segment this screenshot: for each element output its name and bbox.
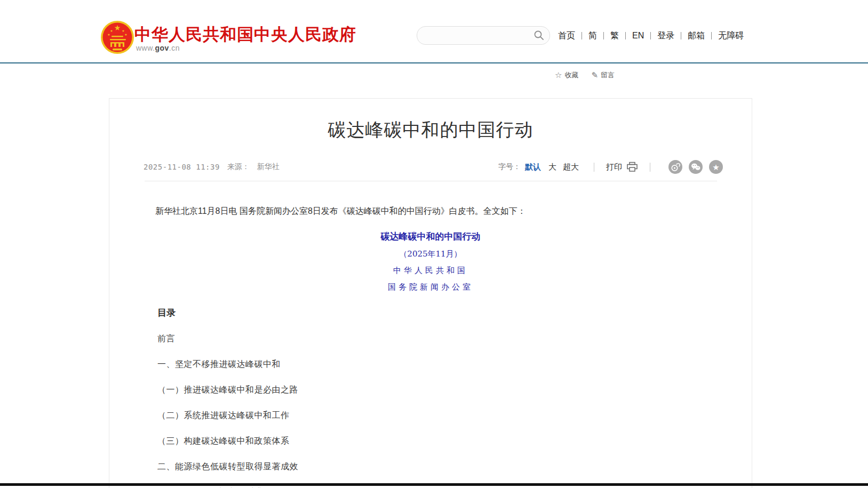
star-badge-glyph: ★ [709,160,723,174]
font-size-large-button[interactable]: 大 [548,162,556,172]
nav-divider [650,32,651,39]
nav-divider [625,32,626,39]
meta-divider-bar [594,163,594,172]
nav-mail[interactable]: 邮箱 [688,30,705,42]
site-title[interactable]: 中华人民共和国中央人民政府 [134,23,356,46]
site-url: www.gov.cn [136,44,180,52]
whitepaper-org-line1: 中华人民共和国 [109,266,752,276]
whitepaper-title: 碳达峰碳中和的中国行动 [109,230,752,243]
article-lead-paragraph: 新华社北京11月8日电 国务院新闻办公室8日发布《碳达峰碳中和的中国行动》白皮书… [138,206,720,217]
nav-divider [603,32,604,39]
star-share-icon[interactable]: ★ [709,160,723,174]
font-size-default-button[interactable]: 默认 [525,162,541,172]
star-icon: ☆ [555,70,562,80]
page: ★ ★ ★ ★ ★ 中华人民共和国中央人民政府 www.gov.cn [0,0,868,488]
print-button[interactable]: 打印 [606,162,622,172]
toc-heading: 目录 [157,307,752,319]
article-meta-right: 字号： 默认 大 超大 打印 [498,160,723,174]
weibo-share-icon[interactable] [668,160,682,174]
font-size-label: 字号： [498,162,521,172]
toc-item-1-1: （一）推进碳达峰碳中和是必由之路 [157,385,752,396]
nav-divider [582,32,582,39]
toc-item-2: 二、能源绿色低碳转型取得显著成效 [157,461,752,473]
article-meta-row: 2025-11-08 11:39 来源： 新华社 字号： 默认 大 超大 打印 [109,160,752,174]
printer-icon[interactable] [626,162,638,172]
favorite-label: 收藏 [564,70,578,80]
site-header: ★ ★ ★ ★ ★ 中华人民共和国中央人民政府 www.gov.cn [0,0,868,62]
publish-date: 2025-11-08 11:39 [144,163,220,171]
whitepaper-org-line2: 国务院新闻办公室 [109,282,752,292]
toc-item-1-2: （二）系统推进碳达峰碳中和工作 [157,410,752,421]
wechat-glyph [689,160,703,174]
svg-text:★: ★ [110,29,113,33]
message-link[interactable]: ✎ 留言 [591,70,615,80]
whitepaper-date: （2025年11月） [109,249,752,259]
weibo-glyph [668,160,682,174]
toc-item-1: 一、坚定不移推进碳达峰碳中和 [157,359,752,370]
message-label: 留言 [601,70,615,80]
wechat-share-icon[interactable] [689,160,703,174]
article-card: 碳达峰碳中和的中国行动 2025-11-08 11:39 来源： 新华社 字号：… [109,98,752,488]
search-box[interactable] [417,26,550,45]
meta-underline [145,181,717,181]
source-name: 新华社 [257,162,280,172]
source-label: 来源： [227,162,250,172]
header-nav: 首页 简 繁 EN 登录 邮箱 无障碍 [558,30,744,42]
header-divider-line [0,62,868,63]
search-icon[interactable] [533,30,544,41]
article-meta-left: 2025-11-08 11:39 来源： 新华社 [144,162,280,172]
site-url-suffix: .cn [169,44,180,52]
svg-text:★: ★ [107,33,110,36]
svg-text:★: ★ [114,23,121,32]
favorite-link[interactable]: ☆ 收藏 [555,70,578,80]
page-actions: ☆ 收藏 ✎ 留言 [0,70,615,80]
nav-home[interactable]: 首页 [558,30,575,42]
search-input[interactable] [426,29,529,43]
svg-text:★: ★ [712,163,719,172]
nav-divider [681,32,681,39]
nav-divider [711,32,712,39]
nav-accessibility[interactable]: 无障碍 [718,30,744,42]
svg-text:★: ★ [124,33,127,36]
pencil-icon: ✎ [591,70,598,80]
font-size-xlarge-button[interactable]: 超大 [563,162,579,172]
national-emblem-icon: ★ ★ ★ ★ ★ [100,20,134,54]
site-url-prefix: www. [136,44,155,52]
nav-english[interactable]: EN [632,31,644,41]
meta-divider-bar [650,163,650,172]
nav-traditional[interactable]: 繁 [610,30,619,42]
site-url-gov: gov [155,44,169,52]
nav-login[interactable]: 登录 [657,30,674,42]
nav-simplified[interactable]: 简 [588,30,597,42]
viewport-bottom-edge [0,483,868,486]
national-emblem-logo[interactable]: ★ ★ ★ ★ ★ [100,20,134,54]
svg-text:★: ★ [122,29,124,33]
article-title: 碳达峰碳中和的中国行动 [109,118,752,142]
toc-item-1-3: （三）构建碳达峰碳中和政策体系 [157,436,752,447]
toc-item-preface: 前言 [157,333,752,345]
